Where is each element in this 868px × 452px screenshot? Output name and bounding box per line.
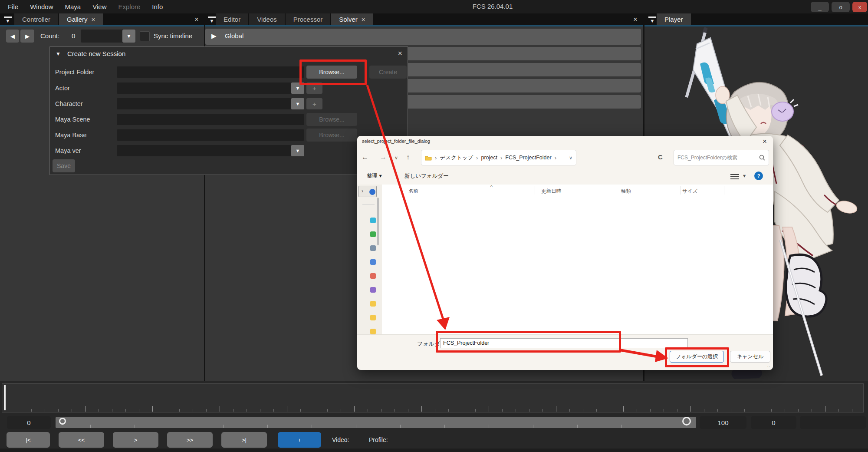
maya-base-input[interactable]: [117, 129, 304, 141]
column-name[interactable]: 名前: [408, 188, 418, 195]
go-start-button[interactable]: |<: [7, 432, 50, 448]
range-slider-handle-right[interactable]: [682, 417, 691, 426]
desktop-icon[interactable]: [370, 218, 376, 223]
music-icon[interactable]: [370, 273, 376, 279]
sidebar-scrollbar[interactable]: [377, 198, 379, 245]
menu-maya[interactable]: Maya: [65, 3, 81, 10]
add-character-button[interactable]: +: [306, 98, 322, 109]
tab-processor[interactable]: Processor: [286, 13, 331, 25]
pane-menu-icon[interactable]: ▼: [4, 16, 12, 23]
play-icon[interactable]: ▶: [211, 32, 217, 40]
collapse-caret-icon[interactable]: ▼: [56, 51, 61, 57]
folder-icon-3[interactable]: [370, 329, 376, 334]
breadcrumb-segment-2[interactable]: project: [481, 155, 497, 161]
downloads-icon[interactable]: [370, 231, 376, 237]
pane-close-icon[interactable]: ×: [193, 16, 201, 23]
play-button[interactable]: >: [113, 432, 158, 448]
recent-locations-icon[interactable]: ∨: [395, 155, 398, 161]
documents-icon[interactable]: [370, 245, 376, 251]
count-prev-button[interactable]: ◀: [6, 30, 19, 43]
folder-icon-2[interactable]: [370, 315, 376, 320]
current-frame-value[interactable]: 0: [751, 416, 796, 429]
save-button[interactable]: Save: [53, 159, 75, 172]
organize-button[interactable]: 整理 ▾: [367, 172, 382, 180]
chevron-right-icon[interactable]: ›: [362, 188, 363, 194]
sync-timeline-checkbox[interactable]: [140, 31, 150, 41]
character-combobox[interactable]: ▼: [117, 98, 304, 109]
maya-scene-input[interactable]: [117, 114, 304, 125]
menu-info[interactable]: Info: [152, 3, 163, 10]
breadcrumb-segment-1[interactable]: デスクトップ: [440, 154, 473, 162]
go-end-button[interactable]: >|: [221, 432, 267, 448]
range-start-value[interactable]: 0: [7, 416, 51, 429]
refresh-icon[interactable]: C: [658, 153, 663, 161]
pictures-icon[interactable]: [370, 259, 376, 265]
step-back-button[interactable]: <<: [59, 432, 104, 448]
dialog-close-icon[interactable]: ×: [763, 137, 767, 146]
timeline-playhead[interactable]: [4, 385, 6, 410]
minimize-button[interactable]: _: [811, 2, 829, 12]
column-size[interactable]: サイズ: [682, 188, 697, 195]
close-button[interactable]: x: [852, 2, 867, 12]
menu-view[interactable]: View: [92, 3, 106, 10]
help-icon[interactable]: ?: [754, 172, 763, 180]
ruler-tick: [798, 409, 799, 412]
sidebar-item-selected[interactable]: ›: [358, 186, 377, 197]
project-folder-input[interactable]: [117, 66, 304, 78]
tab-videos[interactable]: Videos: [249, 13, 285, 25]
videos-icon[interactable]: [370, 287, 376, 293]
view-options-icon[interactable]: [730, 173, 739, 181]
range-end-value[interactable]: 100: [700, 416, 746, 429]
column-type[interactable]: 種類: [621, 188, 631, 195]
maya-ver-combobox[interactable]: ▼: [117, 145, 304, 156]
breadcrumb-segment-3[interactable]: FCS_ProjectFolder: [505, 155, 551, 161]
browse-maya-scene-button[interactable]: Browse...: [306, 113, 357, 126]
count-next-button[interactable]: ▶: [20, 30, 34, 43]
tab-editor[interactable]: Editor: [216, 13, 248, 25]
ruler-tick: [72, 409, 72, 412]
step-forward-button[interactable]: >>: [167, 432, 213, 448]
create-button[interactable]: Create: [369, 66, 407, 79]
search-box[interactable]: FCS_ProjectFolderの検索: [674, 150, 769, 165]
maximize-button[interactable]: o: [832, 2, 850, 12]
tab-solver[interactable]: Solver×: [331, 13, 373, 25]
add-button[interactable]: +: [278, 432, 321, 448]
column-modified[interactable]: 更新日時: [541, 188, 561, 195]
pane-menu-icon[interactable]: ▼: [208, 16, 216, 23]
breadcrumb-dropdown-icon[interactable]: ∨: [569, 155, 572, 161]
frame-extra-box[interactable]: [800, 416, 866, 429]
back-icon[interactable]: ←: [362, 153, 368, 161]
actor-combobox[interactable]: ▼: [117, 82, 304, 94]
tab-player[interactable]: Player: [657, 13, 691, 25]
panel-close-icon[interactable]: ×: [398, 49, 402, 58]
range-slider[interactable]: [56, 417, 696, 428]
range-slider-handle-left[interactable]: [59, 418, 66, 425]
new-folder-button[interactable]: 新しいフォルダー: [404, 172, 449, 180]
chevron-down-icon[interactable]: ▼: [291, 98, 304, 109]
pane-menu-icon[interactable]: ▼: [648, 16, 656, 23]
timeline-track[interactable]: [2, 383, 864, 412]
file-list[interactable]: ^ 名前 更新日時 種類 サイズ: [382, 185, 773, 334]
breadcrumb[interactable]: ›デスクトップ›project›FCS_ProjectFolder› ∨: [421, 150, 576, 165]
slider-tick: [312, 425, 312, 428]
resize-grip[interactable]: .:: [767, 363, 770, 368]
menu-explore[interactable]: Explore: [118, 3, 140, 10]
folder-icon-1[interactable]: [370, 301, 376, 307]
tab-close-icon[interactable]: ×: [362, 16, 365, 23]
tab-gallery[interactable]: Gallery×: [59, 13, 103, 25]
menu-window[interactable]: Window: [30, 3, 53, 10]
forward-icon[interactable]: →: [380, 153, 387, 161]
pane-close-icon[interactable]: ×: [631, 16, 639, 23]
tab-controller[interactable]: Controller: [14, 13, 58, 25]
menu-bar: FileWindowMayaViewExploreInfo FCS 26.04.…: [0, 0, 868, 13]
cancel-button[interactable]: キャンセル: [730, 351, 770, 363]
global-row[interactable]: ▶ Global: [205, 29, 641, 45]
chevron-down-icon[interactable]: ▼: [122, 30, 135, 43]
menu-file[interactable]: File: [8, 3, 18, 10]
view-caret-icon[interactable]: ▾: [743, 172, 746, 179]
up-icon[interactable]: ↑: [406, 153, 410, 161]
tab-close-icon[interactable]: ×: [92, 16, 95, 23]
chevron-down-icon[interactable]: ▼: [291, 145, 304, 156]
browse-maya-base-button[interactable]: Browse...: [306, 129, 357, 142]
gallery-dropdown[interactable]: ▼: [81, 30, 135, 43]
